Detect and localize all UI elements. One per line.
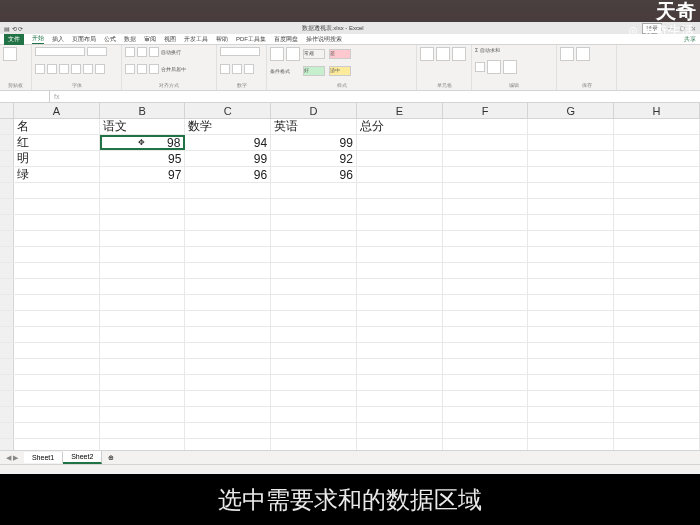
group-font: 字体 xyxy=(35,82,118,88)
tab-dev[interactable]: 开发工具 xyxy=(184,35,208,44)
qat[interactable]: ▤ ⟲ ⟳ xyxy=(4,25,23,32)
col-D[interactable]: D xyxy=(271,103,357,118)
delete-cell-button[interactable] xyxy=(436,47,450,61)
cell[interactable]: 97 xyxy=(100,167,186,182)
col-B[interactable]: B xyxy=(100,103,186,118)
italic-button[interactable] xyxy=(47,64,57,74)
col-A[interactable]: A xyxy=(14,103,100,118)
tab-tell[interactable]: 操作说明搜索 xyxy=(306,35,342,44)
table-format-button[interactable] xyxy=(286,47,300,61)
cell[interactable]: 99 xyxy=(271,135,357,150)
border-button[interactable] xyxy=(71,64,81,74)
align-top-button[interactable] xyxy=(125,47,135,57)
find-button[interactable] xyxy=(503,60,517,74)
table-row: 绿 97 96 96 xyxy=(0,167,700,183)
wrap-text-button[interactable]: 自动换行 xyxy=(161,49,181,55)
formula-bar: fx xyxy=(0,91,700,103)
fx-icon[interactable]: fx xyxy=(50,93,63,100)
select-all-corner[interactable] xyxy=(0,103,14,118)
cell[interactable]: 96 xyxy=(271,167,357,182)
cell[interactable]: 红 xyxy=(14,135,100,150)
selected-cell[interactable]: 98 xyxy=(100,135,186,150)
col-F[interactable]: F xyxy=(443,103,529,118)
tab-pdf[interactable]: PDF工具集 xyxy=(236,35,266,44)
underline-button[interactable] xyxy=(59,64,69,74)
baidu-save-button[interactable] xyxy=(560,47,574,61)
col-E[interactable]: E xyxy=(357,103,443,118)
fill-color-button[interactable] xyxy=(83,64,93,74)
title-bar: ▤ ⟲ ⟳ 数据透视表.xlsx - Excel 登录 — ☐ ✕ xyxy=(0,22,700,34)
insert-cell-button[interactable] xyxy=(420,47,434,61)
font-select[interactable] xyxy=(35,47,85,56)
tab-baidu[interactable]: 百度网盘 xyxy=(274,35,298,44)
tab-help[interactable]: 帮助 xyxy=(216,35,228,44)
group-styles: 样式 xyxy=(270,82,413,88)
table-row: 名 语文 数学 英语 总分 xyxy=(0,119,700,135)
excel-window: ▤ ⟲ ⟳ 数据透视表.xlsx - Excel 登录 — ☐ ✕ 文件 开始 … xyxy=(0,22,700,474)
spreadsheet-grid[interactable]: 名 语文 数学 英语 总分 红 98 94 99 明 95 99 92 绿 97 xyxy=(0,119,700,455)
group-number: 数字 xyxy=(220,82,263,88)
autosum-button[interactable]: Σ xyxy=(475,47,478,53)
size-select[interactable] xyxy=(87,47,107,56)
group-clipboard: 剪贴板 xyxy=(3,82,28,88)
cell[interactable]: 绿 xyxy=(14,167,100,182)
sort-button[interactable] xyxy=(487,60,501,74)
cell[interactable]: 英语 xyxy=(271,119,357,134)
cell[interactable]: 语文 xyxy=(100,119,186,134)
ribbon-tabs: 文件 开始 插入 页面布局 公式 数据 审阅 视图 开发工具 帮助 PDF工具集… xyxy=(0,34,700,45)
cell[interactable]: 数学 xyxy=(185,119,271,134)
font-color-button[interactable] xyxy=(95,64,105,74)
window-title: 数据透视表.xlsx - Excel xyxy=(23,24,642,33)
sheet-tab-2[interactable]: Sheet2 xyxy=(63,451,102,464)
style-good[interactable]: 好 xyxy=(303,66,325,76)
cond-format-button[interactable] xyxy=(270,47,284,61)
cell[interactable]: 95 xyxy=(100,151,186,166)
comma-button[interactable] xyxy=(244,64,254,74)
ribbon: 剪贴板 字体 自动换行 xyxy=(0,45,700,91)
cell[interactable]: 99 xyxy=(185,151,271,166)
new-sheet-button[interactable]: ⊕ xyxy=(102,454,120,462)
percent-button[interactable] xyxy=(232,64,242,74)
cell[interactable]: 明 xyxy=(14,151,100,166)
tab-layout[interactable]: 页面布局 xyxy=(72,35,96,44)
format-cell-button[interactable] xyxy=(452,47,466,61)
tab-file[interactable]: 文件 xyxy=(4,34,24,45)
align-mid-button[interactable] xyxy=(137,47,147,57)
style-bad[interactable]: 差 xyxy=(329,49,351,59)
style-neutral[interactable]: 适中 xyxy=(329,66,351,76)
tab-review[interactable]: 审阅 xyxy=(144,35,156,44)
col-G[interactable]: G xyxy=(528,103,614,118)
sheet-tab-1[interactable]: Sheet1 xyxy=(24,452,63,463)
cell[interactable]: 92 xyxy=(271,151,357,166)
tab-home[interactable]: 开始 xyxy=(32,34,44,44)
cell[interactable]: 名 xyxy=(14,119,100,134)
paste-button[interactable] xyxy=(3,47,17,61)
tab-data[interactable]: 数据 xyxy=(124,35,136,44)
currency-button[interactable] xyxy=(220,64,230,74)
bold-button[interactable] xyxy=(35,64,45,74)
fill-button[interactable] xyxy=(475,62,485,72)
name-box[interactable] xyxy=(0,91,50,102)
number-format-select[interactable] xyxy=(220,47,260,56)
merge-button[interactable]: 合并后居中 xyxy=(161,66,186,72)
group-save: 保存 xyxy=(560,82,613,88)
sheet-tabs: ◀ ▶ Sheet1 Sheet2 ⊕ xyxy=(0,450,700,464)
tab-view[interactable]: 视图 xyxy=(164,35,176,44)
tab-insert[interactable]: 插入 xyxy=(52,35,64,44)
style-normal[interactable]: 常规 xyxy=(303,49,325,59)
align-center-button[interactable] xyxy=(137,64,147,74)
cond-label: 条件格式 xyxy=(270,68,300,74)
col-H[interactable]: H xyxy=(614,103,700,118)
cell[interactable]: 总分 xyxy=(357,119,443,134)
align-right-button[interactable] xyxy=(149,64,159,74)
align-left-button[interactable] xyxy=(125,64,135,74)
video-subtitle: 选中需要求和的数据区域 xyxy=(218,484,482,516)
cell[interactable]: 94 xyxy=(185,135,271,150)
tab-formulas[interactable]: 公式 xyxy=(104,35,116,44)
align-bot-button[interactable] xyxy=(149,47,159,57)
col-C[interactable]: C xyxy=(185,103,271,118)
wechat-send-button[interactable] xyxy=(576,47,590,61)
cell[interactable]: 96 xyxy=(185,167,271,182)
column-headers: A B C D E F G H xyxy=(0,103,700,119)
sheet-nav[interactable]: ◀ ▶ xyxy=(0,454,24,462)
